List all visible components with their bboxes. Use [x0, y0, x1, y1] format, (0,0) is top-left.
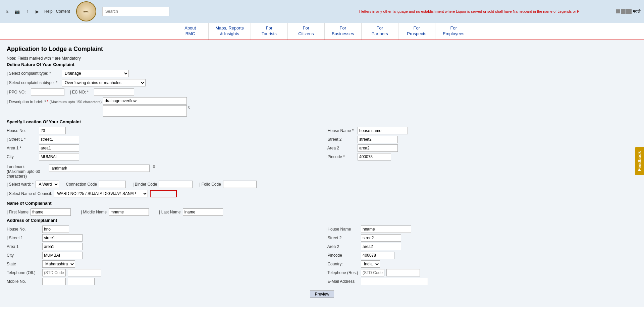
- street2-input[interactable]: [358, 136, 398, 143]
- ec-input[interactable]: [94, 88, 134, 96]
- nav-for-citizens[interactable]: For Citizens: [288, 23, 325, 40]
- nav-for-employees[interactable]: For Employees: [435, 23, 472, 40]
- nav-for-tourists[interactable]: For Tourists: [251, 23, 288, 40]
- addr-email-input[interactable]: [361, 278, 428, 285]
- addr-area1-input[interactable]: [42, 243, 83, 250]
- binder-code-label: | Binder Code: [132, 182, 157, 187]
- location-left: House No. | Street 1 * Area 1 * City: [7, 127, 319, 162]
- area2-input[interactable]: [358, 144, 398, 152]
- first-name-input[interactable]: [31, 208, 71, 216]
- feedback-tab[interactable]: Feedback: [635, 147, 644, 175]
- addr-city-label: City: [7, 253, 40, 258]
- font-large-btn[interactable]: [626, 9, 632, 14]
- pincode-row: | Pincode *: [325, 153, 637, 160]
- language-label[interactable]: मराठी: [633, 9, 641, 14]
- addr-right: | House Name | Street 2 | Area 2 | Pinco…: [325, 226, 637, 286]
- addr-tel-off-row: Telephone (Off.): [7, 269, 319, 276]
- city-label: City: [7, 154, 37, 159]
- complaint-subtype-label: | Select complaint subtype: *: [7, 80, 60, 85]
- description-row: | Description in brief: * * (Maximum upt…: [7, 97, 637, 117]
- folio-code-input[interactable]: [223, 181, 257, 188]
- ec-label: | EC NO: *: [70, 90, 89, 94]
- complaint-subtype-select[interactable]: Overflowing drains or manholes: [62, 79, 146, 86]
- addr-std-code-input[interactable]: [42, 269, 66, 276]
- preview-button[interactable]: Preview: [310, 291, 334, 298]
- addr-tel-off-input[interactable]: [68, 269, 101, 276]
- description-input[interactable]: [103, 97, 187, 105]
- street2-row: | Street 2: [325, 136, 637, 143]
- complaint-type-select[interactable]: Drainage: [62, 70, 129, 77]
- addr-state-select[interactable]: Maharashtra: [42, 260, 75, 268]
- binder-code-input[interactable]: [159, 181, 193, 188]
- house-no-row: House No.: [7, 127, 319, 134]
- addr-email-label: | E-Mail Address: [325, 279, 359, 284]
- location-grid: House No. | Street 1 * Area 1 * City | H…: [7, 127, 637, 162]
- addr-area2-input[interactable]: [361, 243, 401, 250]
- folio-code-label: | Folio Code: [199, 182, 221, 187]
- twitter-icon[interactable]: 𝕏: [3, 8, 11, 15]
- search-input[interactable]: [102, 7, 169, 16]
- council-select[interactable]: WARD NO 225 / SUJATA DIGVIJAY SANAP: [54, 190, 148, 197]
- addr-country-select[interactable]: India: [361, 260, 380, 268]
- complaint-type-label: | Select complaint type: *: [7, 71, 60, 76]
- area2-row: | Area 2: [325, 144, 637, 152]
- help-content: Help Content: [44, 9, 70, 14]
- complaint-subtype-row: | Select complaint subtype: * Overflowin…: [7, 79, 637, 86]
- city-input[interactable]: [39, 153, 79, 160]
- instagram-icon[interactable]: 📷: [13, 8, 21, 15]
- nav-for-partners[interactable]: For Partners: [362, 23, 398, 40]
- top-bar: 𝕏 📷 f ▶ Help Content BMC f letters in an…: [0, 0, 644, 23]
- first-name-field: | First Name: [7, 208, 71, 216]
- addr-city-input[interactable]: [42, 252, 83, 259]
- description-textarea[interactable]: [103, 105, 187, 117]
- addr-house-name-row: | House Name: [325, 226, 637, 233]
- nav-for-businesses[interactable]: For Businesses: [325, 23, 362, 40]
- facebook-icon[interactable]: f: [23, 8, 31, 15]
- help-link[interactable]: Help: [44, 9, 53, 14]
- addr-street2-row: | Street 2: [325, 234, 637, 242]
- addr-street1-input[interactable]: [42, 234, 83, 242]
- addr-pincode-row: | Pincode: [325, 252, 637, 259]
- content-link[interactable]: Content: [56, 9, 70, 14]
- font-small-btn[interactable]: [616, 9, 620, 13]
- define-nature-heading: Define Nature Of Your Complaint: [7, 62, 637, 67]
- addr-country-label: | Country:: [325, 262, 359, 266]
- house-no-input[interactable]: [39, 127, 66, 134]
- addr-std-res-input[interactable]: [361, 269, 384, 276]
- addr-std-mobile-input[interactable]: [42, 278, 66, 285]
- last-name-input[interactable]: [183, 208, 223, 216]
- addr-pincode-input[interactable]: [361, 252, 394, 259]
- addr-mobile-input[interactable]: [68, 278, 95, 285]
- addr-street2-input[interactable]: [361, 234, 401, 242]
- connection-code-input[interactable]: [99, 181, 126, 188]
- nav-maps-reports[interactable]: Maps, Reports & Insights: [209, 23, 251, 40]
- font-size-controls: [616, 9, 632, 14]
- nav-for-prospects[interactable]: For Prospects: [398, 23, 435, 40]
- pincode-label: | Pincode *: [325, 154, 356, 159]
- addr-house-name-input[interactable]: [361, 226, 411, 233]
- pincode-input[interactable]: [358, 153, 391, 160]
- ppo-input[interactable]: [31, 88, 64, 96]
- addr-house-no-input[interactable]: [42, 226, 69, 233]
- landmark-input[interactable]: [49, 165, 150, 172]
- font-medium-btn[interactable]: [621, 9, 626, 14]
- select-ward-label: | Select ward: *: [7, 182, 34, 187]
- middle-name-input[interactable]: [109, 208, 149, 216]
- addr-tel-res-label: | Telephone (Res.): [325, 270, 359, 275]
- connection-code-label: Connection Code: [66, 182, 97, 187]
- nav-about-bmc[interactable]: About BMC: [172, 23, 209, 40]
- social-icons: 𝕏 📷 f ▶: [3, 8, 41, 15]
- addr-street1-label: | Street 1: [7, 236, 40, 240]
- select-ward-field: | Select ward: * A Ward: [7, 181, 59, 188]
- addr-house-name-label: | House Name: [325, 227, 359, 232]
- select-ward-select[interactable]: A Ward: [36, 181, 59, 188]
- landmark-label: Landmark(Maximum upto 60characters): [7, 165, 47, 179]
- main-content: Application to Lodge a Complaint Note: F…: [0, 40, 644, 307]
- addr-tel-res-input[interactable]: [386, 269, 420, 276]
- house-name-row: | House Name *: [325, 127, 637, 134]
- youtube-icon[interactable]: ▶: [34, 8, 41, 15]
- area1-input[interactable]: [39, 144, 79, 152]
- house-name-input[interactable]: [358, 127, 408, 134]
- street1-input[interactable]: [39, 136, 79, 143]
- landmark-row: Landmark(Maximum upto 60characters) 0: [7, 165, 637, 179]
